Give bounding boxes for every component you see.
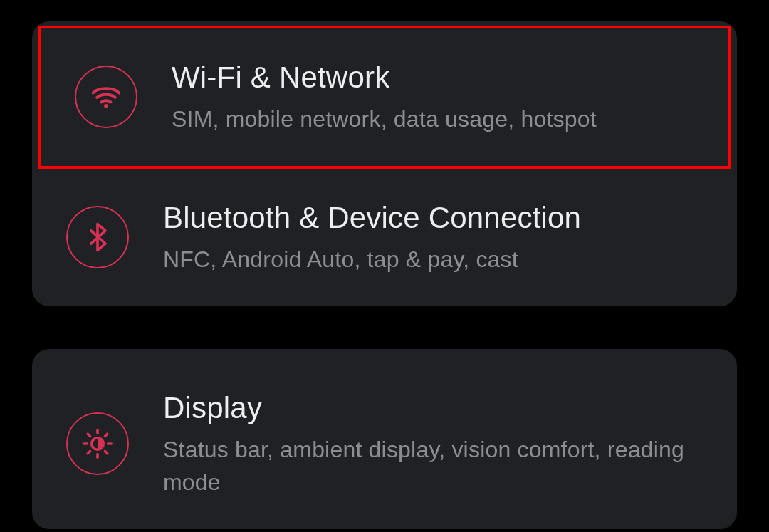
settings-item-text: Bluetooth & Device Connection NFC, Andro… xyxy=(163,199,703,276)
settings-item-title: Wi-Fi & Network xyxy=(172,60,694,95)
settings-item-text: Wi-Fi & Network SIM, mobile network, dat… xyxy=(172,58,694,136)
bluetooth-icon xyxy=(66,206,129,268)
settings-item-title: Bluetooth & Device Connection xyxy=(163,200,703,236)
settings-item-subtitle: SIM, mobile network, data usage, hotspot xyxy=(172,103,694,135)
brightness-icon xyxy=(66,412,129,475)
svg-line-8 xyxy=(88,452,90,454)
settings-item-wifi[interactable]: Wi-Fi & Network SIM, mobile network, dat… xyxy=(38,26,731,169)
settings-item-subtitle: NFC, Android Auto, tap & pay, cast xyxy=(163,243,703,276)
settings-item-title: Display xyxy=(163,390,703,426)
settings-item-text: Display Status bar, ambient display, vis… xyxy=(163,389,703,499)
settings-item-bluetooth[interactable]: Bluetooth & Device Connection NFC, Andro… xyxy=(32,169,737,306)
svg-line-6 xyxy=(88,434,90,436)
wifi-icon xyxy=(75,66,137,128)
svg-point-0 xyxy=(104,104,108,108)
settings-card-network: Wi-Fi & Network SIM, mobile network, dat… xyxy=(32,21,737,306)
settings-item-subtitle: Status bar, ambient display, vision comf… xyxy=(163,433,703,499)
svg-line-9 xyxy=(105,434,107,436)
settings-card-display: Display Status bar, ambient display, vis… xyxy=(32,349,737,529)
svg-line-7 xyxy=(105,452,107,454)
settings-item-display[interactable]: Display Status bar, ambient display, vis… xyxy=(32,349,737,529)
